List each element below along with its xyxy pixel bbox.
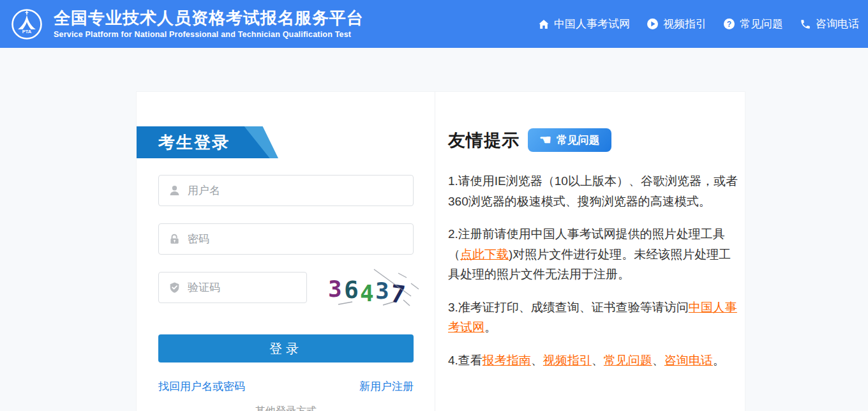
tips-list: 1.请使用IE浏览器（10以上版本）、谷歌浏览器，或者360浏览器的极速模式、搜… (448, 171, 738, 370)
tip-link[interactable]: 常见问题 (604, 354, 652, 367)
header-titles: 全国专业技术人员资格考试报名服务平台 Service Platform for … (54, 9, 364, 40)
play-icon (647, 18, 659, 30)
page-title: 全国专业技术人员资格考试报名服务平台 (54, 9, 364, 28)
tip-item: 3.准考证打印、成绩查询、证书查验等请访问中国人事考试网。 (448, 297, 738, 338)
shield-check-icon (168, 281, 181, 294)
nav-item-china-personnel-exam-net[interactable]: 中国人事考试网 (538, 17, 630, 31)
forgot-credentials-link[interactable]: 找回用户名或密码 (158, 379, 245, 394)
nav-label: 常见问题 (740, 17, 783, 31)
tip-item: 2.注册前请使用中国人事考试网提供的照片处理工具（点此下载)对照片文件进行处理。… (448, 224, 738, 285)
username-input[interactable] (188, 184, 405, 197)
captcha-digit: 3 (375, 278, 389, 304)
captcha-digit: 4 (360, 280, 374, 306)
tip-link[interactable]: 报考指南 (483, 354, 531, 367)
page-subtitle: Service Platform for National Profession… (54, 30, 364, 39)
column-divider (435, 92, 435, 411)
tips-header: 友情提示 ☚ 常见问题 (448, 128, 738, 152)
tips-panel: 友情提示 ☚ 常见问题 1.请使用IE浏览器（10以上版本）、谷歌浏览器，或者3… (448, 92, 738, 383)
nav-item-video-guide[interactable]: 视频指引 (647, 17, 707, 31)
register-link[interactable]: 新用户注册 (359, 379, 414, 394)
password-input[interactable] (188, 233, 405, 246)
phone-icon (800, 19, 811, 30)
pointing-hand-icon: ☚ (539, 133, 551, 146)
pta-logo: PTA (10, 8, 43, 41)
svg-text:?: ? (727, 20, 731, 29)
page-body: 考生登录 (0, 48, 868, 411)
tip-item: 4.查看报考指南、视频指引、常见问题、咨询电话。 (448, 350, 738, 371)
captcha-digit: 6 (344, 276, 359, 304)
content-card: 考生登录 (136, 91, 745, 411)
login-panel-title: 考生登录 (158, 126, 230, 158)
username-field-wrapper (158, 175, 414, 206)
logo-text: PTA (22, 28, 32, 34)
tip-item: 1.请使用IE浏览器（10以上版本）、谷歌浏览器，或者360浏览器的极速模式、搜… (448, 171, 738, 211)
home-icon (538, 19, 550, 30)
nav-label: 咨询电话 (816, 17, 859, 31)
nav-label: 视频指引 (663, 17, 707, 31)
tip-link[interactable]: 点此下载 (460, 248, 509, 261)
app-header: PTA 全国专业技术人员资格考试报名服务平台 Service Platform … (0, 0, 868, 48)
header-nav: 中国人事考试网 视频指引 ? 常见问题 咨询电话 (538, 17, 859, 31)
brand: PTA 全国专业技术人员资格考试报名服务平台 Service Platform … (10, 8, 364, 41)
tips-heading: 友情提示 (448, 129, 520, 152)
nav-item-phone[interactable]: 咨询电话 (800, 17, 859, 31)
captcha-field-wrapper (158, 272, 307, 303)
login-panel-banner: 考生登录 (137, 126, 278, 158)
login-button[interactable]: 登录 (158, 334, 414, 362)
captcha-input[interactable] (188, 281, 299, 294)
tip-link[interactable]: 中国人事考试网 (448, 301, 737, 334)
login-links-row: 找回用户名或密码 新用户注册 (158, 379, 414, 394)
tip-link[interactable]: 咨询电话 (664, 354, 713, 367)
faq-button[interactable]: ☚ 常见问题 (528, 128, 611, 152)
nav-item-faq[interactable]: ? 常见问题 (723, 17, 783, 31)
login-panel: 考生登录 (137, 92, 435, 411)
nav-label: 中国人事考试网 (554, 17, 630, 31)
other-login-label: 其他登录方式 (158, 405, 414, 411)
password-field-wrapper (158, 223, 414, 255)
question-icon: ? (723, 18, 735, 30)
captcha-digit: 3 (328, 276, 342, 302)
user-icon (168, 184, 181, 197)
lock-icon (168, 233, 181, 245)
captcha-image[interactable]: 3 6 4 3 7 (322, 267, 421, 308)
tip-link[interactable]: 视频指引 (543, 354, 592, 367)
faq-button-label: 常见问题 (557, 133, 600, 147)
